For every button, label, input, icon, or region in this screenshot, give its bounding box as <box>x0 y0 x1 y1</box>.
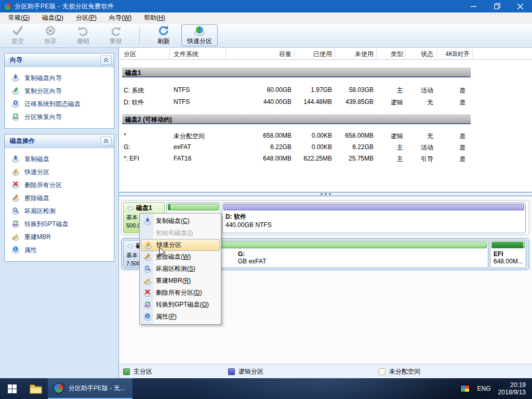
menu-partition[interactable]: 分区(P) <box>70 12 103 23</box>
title-bar: 分区助手PE版 - 无损分区免费软件 <box>0 0 532 12</box>
ctx-delete-all-partitions[interactable]: 删除所有分区(D) <box>141 287 220 299</box>
redo-button[interactable]: 重做 <box>101 24 131 46</box>
quick-partition-button[interactable]: 快速分区 <box>181 24 218 46</box>
sidebar-item-quick-partition[interactable]: 快速分区 <box>5 165 114 178</box>
minimize-button[interactable] <box>462 0 485 12</box>
sidebar-item-wipe-disk[interactable]: 擦除磁盘 <box>5 191 114 204</box>
ctx-wipe-disk[interactable]: 擦除磁盘(W) <box>141 251 220 263</box>
discard-icon <box>44 25 57 36</box>
wizard-panel: 向导 复制磁盘向导 复制分区向导 迁移系统到固态磁盘 <box>4 53 114 129</box>
menu-general[interactable]: 常规(G) <box>2 12 36 23</box>
delete-all-partitions-icon <box>143 289 152 297</box>
menu-wizard[interactable]: 向导(W) <box>103 12 138 23</box>
sidebar-item-copy-disk-wizard[interactable]: 复制磁盘向导 <box>5 71 114 84</box>
ctx-rebuild-mbr[interactable]: 重建MBR(R) <box>141 275 220 287</box>
splitter-handle[interactable] <box>119 192 532 196</box>
refresh-button[interactable]: 刷新 <box>149 24 179 46</box>
disk1-group-header[interactable]: 磁盘1 <box>122 68 471 77</box>
col-unused[interactable]: 未使用 <box>335 50 374 59</box>
minimize-icon <box>471 4 476 9</box>
redo-icon <box>110 25 122 36</box>
sidebar: 向导 复制磁盘向导 复制分区向导 迁移系统到固态磁盘 <box>0 48 118 378</box>
window-title: 分区助手PE版 - 无损分区免费软件 <box>15 2 114 11</box>
ctx-convert-to-gpt[interactable]: 转换到GPT磁盘(O) <box>141 299 220 311</box>
clock[interactable]: 20:19 2018/9/13 <box>498 381 526 396</box>
context-menu: 复制磁盘(C) 初始化磁盘(I) 快速分区 擦除磁盘(W) 坏扇区检测(S) 重… <box>139 213 221 325</box>
col-4kb-aligned[interactable]: 4KB对齐 <box>437 50 470 59</box>
copy-partition-wizard-icon <box>11 87 20 95</box>
sidebar-item-copy-disk[interactable]: 复制磁盘 <box>5 152 114 165</box>
sidebar-item-bad-sector-test[interactable]: 坏扇区检测 <box>5 204 114 217</box>
discard-button[interactable]: 放弃 <box>35 24 65 46</box>
restore-icon <box>494 3 500 9</box>
menu-help[interactable]: 帮助(H) <box>138 12 171 23</box>
logical-partition-swatch <box>228 368 235 375</box>
partition-recovery-icon <box>11 113 20 121</box>
sidebar-item-migrate-os-ssd[interactable]: 迁移系统到固态磁盘 <box>5 97 114 110</box>
app-logo-icon <box>4 3 11 10</box>
collapse-wizard-button[interactable] <box>100 56 112 65</box>
disk2-partition-g[interactable]: G:GB exFAT <box>185 240 488 268</box>
ctx-properties[interactable]: 属性(P) <box>141 311 220 323</box>
disk2-partition-efi[interactable]: EFI648.00M... <box>490 240 526 268</box>
sidebar-item-partition-recovery-wizard[interactable]: 分区恢复向导 <box>5 110 114 123</box>
mouse-cursor <box>159 247 166 257</box>
collapse-disk-ops-button[interactable] <box>100 137 112 146</box>
bad-sector-test-icon <box>143 265 152 273</box>
system-tray: ENG 20:19 2018/9/13 <box>460 381 532 396</box>
toolbar-separator <box>139 26 140 45</box>
properties-icon <box>11 246 20 254</box>
disk-operations-title: 磁盘操作 <box>10 137 100 145</box>
legend-unallocated: 未分配空间 <box>379 367 420 376</box>
close-button[interactable] <box>509 0 532 12</box>
restore-button[interactable] <box>485 0 509 12</box>
sidebar-item-rebuild-mbr[interactable]: 重建MBR <box>5 230 114 243</box>
ctx-bad-sector-test[interactable]: 坏扇区检测(S) <box>141 263 220 275</box>
refresh-icon <box>157 25 170 36</box>
quick-partition-icon <box>144 241 152 249</box>
properties-icon <box>143 313 152 321</box>
sidebar-item-convert-to-gpt[interactable]: 转换到GPT磁盘 <box>5 217 114 230</box>
undo-button[interactable]: 撤销 <box>68 24 98 46</box>
ctx-initialize-disk[interactable]: 初始化磁盘(I) <box>141 227 220 239</box>
file-explorer-button[interactable] <box>24 378 48 399</box>
disk-operations-panel: 磁盘操作 复制磁盘 快速分区 删除所有分区 <box>4 134 114 262</box>
wipe-disk-icon <box>11 194 20 202</box>
chevron-up-icon <box>103 139 109 143</box>
primary-partition-swatch <box>123 368 130 375</box>
rebuild-mbr-icon <box>143 277 152 285</box>
windows-logo-icon <box>8 384 17 393</box>
ctx-copy-disk[interactable]: 复制磁盘(C) <box>141 215 220 227</box>
close-icon <box>517 4 523 9</box>
disk2-group-header[interactable]: 磁盘2 (可移动的) <box>122 114 471 124</box>
taskbar-app-button[interactable]: 分区助手PE版 - 无... <box>48 378 132 399</box>
col-partition[interactable]: 分区 <box>124 50 136 59</box>
quick-partition-icon <box>11 168 20 176</box>
col-used[interactable]: 已使用 <box>294 50 332 59</box>
convert-to-gpt-icon <box>143 301 152 309</box>
convert-to-gpt-icon <box>11 220 20 228</box>
commit-button[interactable]: 提交 <box>3 24 33 46</box>
taskbar: 分区助手PE版 - 无... ENG 20:19 2018/9/13 <box>0 378 532 399</box>
menu-bar: 常规(G) 磁盘(D) 分区(P) 向导(W) 帮助(H) <box>0 12 532 23</box>
legend-logical: 逻辑分区 <box>228 367 263 376</box>
language-indicator[interactable]: ENG <box>477 385 491 392</box>
commit-check-icon <box>11 25 24 36</box>
sidebar-item-copy-partition-wizard[interactable]: 复制分区向导 <box>5 84 114 97</box>
display-settings-icon[interactable] <box>460 384 470 393</box>
col-capacity[interactable]: 容量 <box>225 50 291 59</box>
ctx-quick-partition[interactable]: 快速分区 <box>141 239 220 251</box>
start-button[interactable] <box>0 378 24 399</box>
disk-operations-header: 磁盘操作 <box>5 135 114 148</box>
table-header: 分区 文件系统 容量 已使用 未使用 类型 状态 4KB对齐 <box>119 48 532 60</box>
disk1-partition-d[interactable]: D: 软件440.00GB NTFS <box>222 202 526 233</box>
sidebar-item-properties[interactable]: 属性 <box>5 243 114 256</box>
sidebar-item-delete-all-partitions[interactable]: 删除所有分区 <box>5 178 114 191</box>
col-status[interactable]: 状态 <box>405 50 433 59</box>
col-filesystem[interactable]: 文件系统 <box>174 50 198 59</box>
menu-disk[interactable]: 磁盘(D) <box>36 12 70 23</box>
toolbar: 提交 放弃 撤销 重做 刷新 快速分区 <box>0 23 532 48</box>
no-icon <box>143 229 152 237</box>
wizard-panel-title: 向导 <box>10 56 100 64</box>
col-type[interactable]: 类型 <box>376 50 403 59</box>
